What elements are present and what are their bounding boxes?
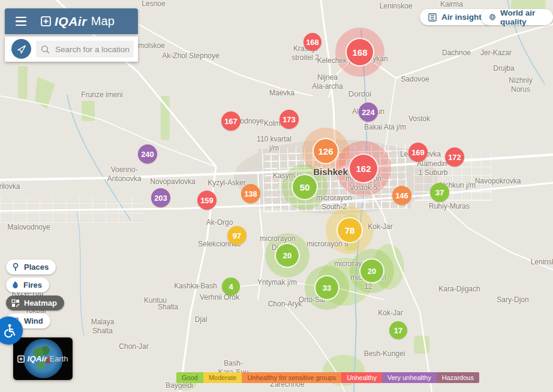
- map-place-label: Bakai Ata j/m: [364, 123, 406, 132]
- logo-suffix: Map: [91, 14, 115, 28]
- aqi-marker[interactable]: 78: [338, 218, 362, 242]
- aqi-marker[interactable]: 37: [430, 183, 449, 202]
- layer-button-fires[interactable]: Fires: [6, 278, 49, 293]
- menu-button[interactable]: [12, 13, 32, 31]
- logo-text: IQAir: [55, 14, 87, 29]
- air-insights-label: Air insights: [441, 13, 486, 22]
- aqi-marker[interactable]: 20: [360, 260, 383, 282]
- map-place-label: Kairma: [440, 0, 463, 9]
- map-place-label: Kok-Jar: [378, 309, 402, 318]
- map-place-label: Nizhniy Norus: [509, 76, 532, 94]
- heatmap-icon: [11, 299, 20, 307]
- map-place-label: Besh-Kungei: [364, 349, 405, 358]
- layer-button-places[interactable]: Places: [6, 260, 56, 275]
- map-app: LesnoeLeninskoeKairmaKrasnyi stroitel 2K…: [0, 0, 553, 392]
- street-grid: [0, 197, 144, 223]
- pin-icon: [11, 263, 20, 272]
- aqi-legend: GoodModerateUnhealthy for sensitive grou…: [176, 372, 479, 383]
- search-input[interactable]: Search for a location: [36, 41, 134, 58]
- map-place-label: 110 kvartal j/m: [257, 135, 291, 153]
- heatmap-label: Heatmap: [24, 298, 57, 307]
- wind-label: Wind: [24, 316, 43, 325]
- map-place-label: Vostok: [408, 114, 430, 123]
- map-place-label: Shalta: [158, 303, 178, 312]
- map-place-label: Chon-Jar: [119, 342, 148, 351]
- fires-label: Fires: [23, 281, 42, 290]
- aqi-marker[interactable]: 17: [389, 321, 407, 339]
- aqi-marker[interactable]: 173: [279, 110, 299, 129]
- aqi-marker[interactable]: 20: [276, 244, 299, 267]
- map-place-label: Malovodnoye: [7, 223, 50, 232]
- news-icon: [428, 13, 437, 22]
- aqi-marker[interactable]: 162: [350, 155, 377, 182]
- map-place-label: Kashka-Bash: [174, 282, 217, 291]
- earth-brand: IQAir: [27, 354, 47, 363]
- map-place-label: Ruhiy-Muras: [429, 202, 470, 211]
- map-place-label: Malaya Shalta: [91, 318, 115, 336]
- legend-item: Unhealthy: [341, 372, 382, 383]
- map-place-label: Novopavlovka: [150, 177, 195, 186]
- aqi-marker[interactable]: 224: [359, 102, 378, 122]
- legend-item: Unhealthy for sensitive groups: [242, 372, 341, 383]
- app-header: IQAir Map: [5, 8, 138, 34]
- iqair-logo[interactable]: IQAir Map: [41, 14, 115, 29]
- map-place-label: Dordoi: [348, 89, 371, 99]
- earth-suffix: Earth: [49, 354, 68, 363]
- aqi-marker[interactable]: 167: [221, 111, 241, 131]
- map-place-label: Chon-Aryk: [268, 300, 302, 309]
- search-placeholder: Search for a location: [55, 45, 130, 54]
- aqi-marker[interactable]: 168: [303, 33, 321, 51]
- places-label: Places: [24, 263, 49, 272]
- search-bar: Search for a location: [5, 37, 138, 62]
- map-place-label: Dachnoe: [442, 49, 471, 58]
- map-place-label: Bishkek: [313, 167, 348, 178]
- aqi-marker[interactable]: 4: [222, 278, 240, 295]
- legend-item: Very unhealthy: [382, 372, 437, 383]
- search-icon: [40, 44, 50, 55]
- map-place-label: Sadovoe: [401, 75, 429, 84]
- world-air-quality-button[interactable]: World air quality: [481, 9, 553, 25]
- aqi-marker[interactable]: 146: [392, 186, 411, 205]
- wheelchair-icon: [1, 323, 17, 339]
- map-place-label: Navopokrovka: [475, 177, 521, 186]
- aqi-marker[interactable]: 168: [347, 39, 373, 65]
- aqi-marker[interactable]: 126: [314, 139, 338, 163]
- map-place-label: microrayon South-2: [316, 194, 351, 212]
- map-place-label: Maevka: [269, 89, 294, 98]
- map-place-label: Ak-Zhol Stepnoye: [162, 52, 219, 61]
- aqi-marker[interactable]: 97: [227, 226, 247, 245]
- aqi-marker[interactable]: 172: [445, 147, 464, 167]
- flame-icon: [11, 281, 19, 290]
- map-place-label: Kara-Djigach: [438, 285, 480, 294]
- map-place-label: Kyzyl-Asker: [208, 179, 245, 188]
- locate-me-button[interactable]: [11, 39, 31, 59]
- layer-button-heatmap[interactable]: Heatmap: [6, 295, 64, 310]
- map-place-label: Ak-Orgo: [206, 218, 233, 227]
- aqi-marker[interactable]: 138: [241, 184, 260, 203]
- iqair-plus-icon: [17, 355, 25, 363]
- iqair-plus-icon: [41, 16, 51, 26]
- iqair-earth-widget[interactable]: IQAir Earth: [13, 337, 73, 380]
- aqi-marker[interactable]: 240: [138, 144, 157, 164]
- map-place-label: Jer-Kazar: [480, 49, 512, 58]
- aqi-marker[interactable]: 50: [293, 175, 317, 199]
- legend-item: Moderate: [203, 372, 242, 383]
- map-place-label: Alamedin- 1 Suburb: [417, 159, 449, 177]
- aqi-marker[interactable]: 169: [408, 143, 428, 162]
- map-place-label: Lesnoe: [142, 0, 165, 8]
- world-air-quality-label: World air quality: [500, 8, 545, 26]
- aqi-marker[interactable]: 203: [151, 188, 170, 207]
- legend-item: Hazardous: [437, 372, 479, 383]
- map-place-label: Yntymak j/m: [257, 278, 297, 287]
- map-place-label: Leninskie: [531, 258, 553, 267]
- map-place-label: Frunze imeni: [81, 91, 122, 99]
- aqi-marker[interactable]: 33: [315, 276, 338, 299]
- aqi-marker[interactable]: 159: [197, 191, 217, 210]
- map-place-label: microrayon 9: [306, 240, 348, 249]
- legend-item: Good: [176, 372, 203, 383]
- map-place-label: Djal: [195, 315, 208, 324]
- map-place-label: Sary-Djon: [497, 295, 528, 304]
- map-place-label: Drujba: [493, 64, 514, 73]
- map-place-label: vrilovka: [0, 182, 20, 191]
- map-place-label: Kok-Jar: [368, 222, 392, 231]
